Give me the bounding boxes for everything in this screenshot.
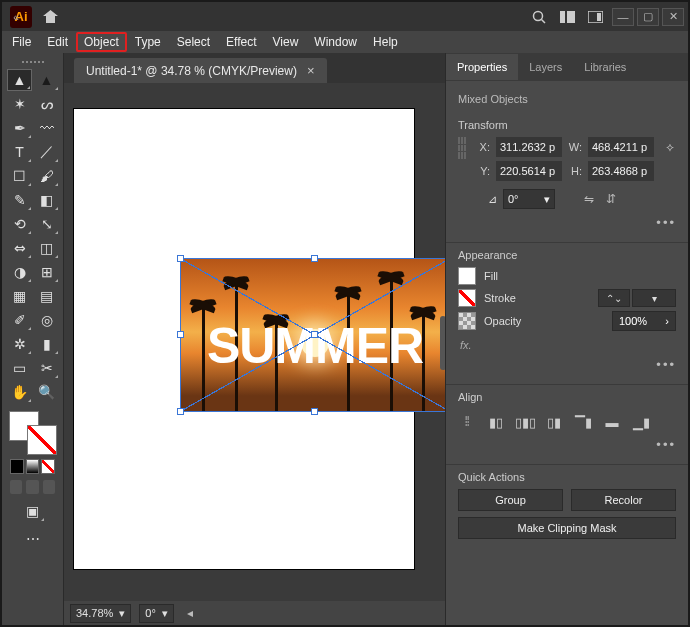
column-graph-tool[interactable]: ▮ (34, 333, 59, 355)
tab-properties[interactable]: Properties (446, 54, 518, 80)
menu-window[interactable]: Window (306, 32, 365, 52)
edit-toolbar-button[interactable]: ⋯ (20, 528, 45, 550)
scale-tool[interactable]: ⤡ (34, 213, 59, 235)
search-icon[interactable] (528, 6, 550, 28)
menu-effect[interactable]: Effect (218, 32, 264, 52)
rotate-input[interactable]: 0°▾ (503, 189, 555, 209)
tab-layers[interactable]: Layers (518, 54, 573, 80)
flip-vertical-icon[interactable]: ⇵ (603, 191, 619, 207)
flip-horizontal-icon[interactable]: ⇋ (581, 191, 597, 207)
panel-grip[interactable] (4, 57, 61, 67)
menu-object[interactable]: Object (76, 32, 127, 52)
selected-objects[interactable]: SUMMER (181, 259, 445, 411)
workspace-switcher-icon[interactable] (584, 6, 606, 28)
menu-file[interactable]: File (4, 32, 39, 52)
lasso-tool[interactable]: ᔕ (34, 93, 59, 115)
menu-select[interactable]: Select (169, 32, 218, 52)
screen-mode-button[interactable]: ▣ (20, 500, 45, 522)
opacity-swatch[interactable] (458, 312, 476, 330)
align-right-icon[interactable]: ▯▮ (545, 413, 563, 431)
eyedropper-tool[interactable]: ✐ (7, 309, 32, 331)
rotate-view-combo[interactable]: 0°▾ (139, 604, 174, 623)
mesh-tool[interactable]: ▦ (7, 285, 32, 307)
document-tab[interactable]: Untitled-1* @ 34.78 % (CMYK/Preview) × (74, 58, 327, 83)
color-swatch-solid[interactable] (10, 459, 24, 474)
maximize-button[interactable]: ▢ (637, 8, 659, 26)
perspective-grid-tool[interactable]: ⊞ (34, 261, 59, 283)
draw-behind[interactable] (26, 480, 38, 494)
align-bottom-icon[interactable]: ▁▮ (632, 413, 650, 431)
align-left-icon[interactable]: ▮▯ (487, 413, 505, 431)
menu-help[interactable]: Help (365, 32, 406, 52)
w-input[interactable] (588, 137, 654, 157)
h-input[interactable] (588, 161, 654, 181)
add-effect-button[interactable]: fx. (458, 335, 676, 355)
transform-section-title: Transform (458, 119, 676, 131)
eraser-tool[interactable]: ◧ (34, 189, 59, 211)
recolor-button[interactable]: Recolor (571, 489, 676, 511)
width-tool[interactable]: ⇔ (7, 237, 32, 259)
close-button[interactable]: ✕ (662, 8, 684, 26)
svg-line-1 (542, 19, 546, 23)
free-transform-tool[interactable]: ◫ (34, 237, 59, 259)
magic-wand-tool[interactable]: ✶ (7, 93, 32, 115)
opacity-input[interactable]: 100%› (612, 311, 676, 331)
rectangle-tool[interactable]: ☐ (7, 165, 32, 187)
fill-stroke-swatch[interactable] (9, 411, 57, 455)
curvature-tool[interactable]: 〰 (34, 117, 59, 139)
slice-tool[interactable]: ✂ (34, 357, 59, 379)
type-tool[interactable]: T (7, 141, 32, 163)
close-tab-icon[interactable]: × (307, 63, 315, 78)
shaper-tool[interactable]: ✎ (7, 189, 32, 211)
gradient-tool[interactable]: ▤ (34, 285, 59, 307)
vertical-scrollbar[interactable] (440, 316, 445, 370)
fill-swatch[interactable] (458, 267, 476, 285)
menu-type[interactable]: Type (127, 32, 169, 52)
direct-selection-tool[interactable]: ▲ (34, 69, 59, 91)
paintbrush-tool[interactable]: 🖌 (34, 165, 59, 187)
align-more-options[interactable]: ••• (458, 435, 676, 458)
align-h-center-icon[interactable]: ▯▮▯ (516, 413, 534, 431)
line-segment-tool[interactable]: ／ (34, 141, 59, 163)
home-icon[interactable] (39, 6, 61, 28)
reference-point-grid[interactable] (458, 137, 466, 159)
stroke-weight-dropdown[interactable]: ▾ (632, 289, 676, 307)
zoom-level-combo[interactable]: 34.78%▾ (70, 604, 131, 623)
tab-libraries[interactable]: Libraries (573, 54, 637, 80)
selection-tool[interactable]: ▲ (7, 69, 32, 91)
make-clipping-mask-button[interactable]: Make Clipping Mask (458, 517, 676, 539)
stroke-weight-stepper[interactable]: ⌃⌄ (598, 289, 630, 307)
x-input[interactable] (496, 137, 562, 157)
draw-inside[interactable] (43, 480, 55, 494)
group-button[interactable]: Group (458, 489, 563, 511)
hand-tool[interactable]: ✋ (7, 381, 32, 403)
appearance-more-options[interactable]: ••• (458, 355, 676, 378)
rotate-tool[interactable]: ⟲ (7, 213, 32, 235)
draw-normal[interactable] (10, 480, 22, 494)
blend-tool[interactable]: ◎ (34, 309, 59, 331)
minimize-button[interactable]: — (612, 8, 634, 26)
color-swatch-none[interactable] (41, 459, 55, 474)
window-controls: — ▢ ✕ (609, 8, 684, 26)
pen-tool[interactable]: ✒ (7, 117, 32, 139)
menu-edit[interactable]: Edit (39, 32, 76, 52)
stroke-color[interactable] (27, 425, 57, 455)
color-swatch-gradient[interactable] (26, 459, 40, 474)
artboard-prev-icon[interactable]: ◂ (182, 605, 198, 621)
collapse-left-icon[interactable]: « (10, 12, 22, 22)
shape-builder-tool[interactable]: ◑ (7, 261, 32, 283)
align-top-icon[interactable]: ▔▮ (574, 413, 592, 431)
constrain-proportions-icon[interactable]: ⟡ (662, 139, 678, 155)
artboard-tool[interactable]: ▭ (7, 357, 32, 379)
y-input[interactable] (496, 161, 562, 181)
align-v-center-icon[interactable]: ▬ (603, 413, 621, 431)
stroke-label: Stroke (484, 292, 516, 304)
transform-more-options[interactable]: ••• (458, 213, 676, 236)
menu-view[interactable]: View (265, 32, 307, 52)
symbol-sprayer-tool[interactable]: ✲ (7, 333, 32, 355)
align-to-icon[interactable]: ⦙⦙ (458, 413, 476, 431)
stroke-swatch[interactable] (458, 289, 476, 307)
canvas[interactable]: SUMMER (64, 83, 445, 601)
arrange-documents-icon[interactable] (556, 6, 578, 28)
zoom-tool[interactable]: 🔍 (34, 381, 59, 403)
